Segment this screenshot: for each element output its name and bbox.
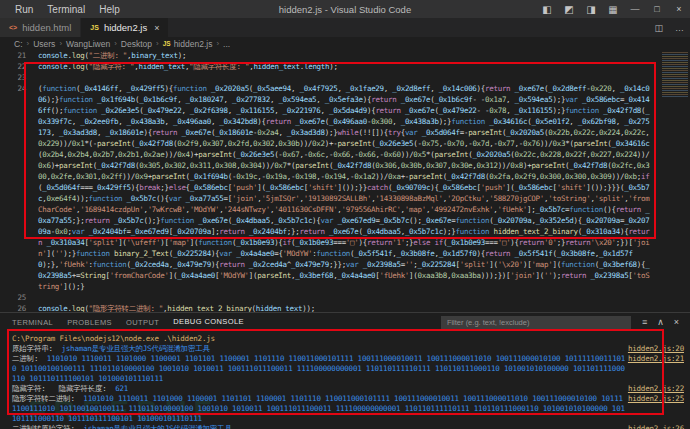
console-text-value: jshaman是专业且强大的JS代码混淆加密工具 <box>61 344 209 353</box>
tab-hidden2-js[interactable]: JShidden2.js× <box>81 18 169 37</box>
editor-line[interactable]: 21console.log("二进制: ",binary_text); <box>0 50 690 61</box>
console-text-label: 原始字符串: <box>12 344 61 353</box>
breadcrumb[interactable]: C:›Users›WangLiwen›Desktop›JShidden2.js›… <box>0 37 690 50</box>
tab-label: hidden2.js <box>104 22 147 33</box>
close-panel-icon[interactable]: × <box>669 317 684 327</box>
editor-line[interactable]: 23 <box>0 72 690 83</box>
breadcrumb-label: Users <box>33 39 55 49</box>
source-link[interactable]: hidden2.js:25 <box>628 394 684 404</box>
breadcrumb-label: hidden2.js <box>174 39 213 49</box>
js-file-icon: JS <box>90 24 99 31</box>
line-code <box>26 72 650 83</box>
breadcrumb-label: WangLiwen <box>66 39 110 49</box>
line-number: 24 <box>0 83 26 94</box>
console-entry: 原始字符串: jshaman是专业且强大的JS代码混淆加密工具hidden2.j… <box>12 344 686 354</box>
toggle-primary-sidebar-icon[interactable]: ◧ <box>536 4 558 15</box>
code-editor[interactable]: 21console.log("二进制: ",binary_text);22con… <box>0 50 690 312</box>
breadcrumb-item[interactable]: WangLiwen› <box>66 39 121 49</box>
breadcrumb-item[interactable]: JShidden2.js› <box>163 39 223 49</box>
toggle-panel-icon[interactable]: ◩ <box>558 4 580 15</box>
console-text-value: jshaman是专业且强大的JS代码混淆加密工具 <box>83 424 231 429</box>
source-link[interactable]: hidden2.js:26 <box>628 424 684 429</box>
source-link[interactable]: hidden2.js:22 <box>628 384 684 394</box>
chevron-right-icon: › <box>59 39 62 48</box>
breadcrumb-label: Desktop <box>121 39 152 49</box>
editor-line[interactable]: 22console.log("隐藏字符: ",hidden_text,"隐藏字符… <box>0 61 690 72</box>
more-actions-icon[interactable]: … <box>669 23 690 33</box>
tab-close-icon[interactable]: × <box>154 23 159 33</box>
editor-line[interactable]: 25 <box>0 292 690 303</box>
menu-item-help[interactable]: Help <box>92 4 127 15</box>
editor-line[interactable]: 24(function(_0x4146ff, _0x429ff5){functi… <box>0 83 690 292</box>
console-text-label: 二进制: <box>12 354 47 363</box>
console-text-label: 二进制转原始字符: <box>12 424 83 429</box>
line-code: console.log("二进制: ",binary_text); <box>26 50 650 61</box>
chevron-right-icon: › <box>114 39 117 48</box>
title-bar: RunTerminalHelp hidden2.js - Visual Stud… <box>0 0 690 18</box>
tabbar-actions: ◫… <box>648 18 690 37</box>
debug-console-actions-icon[interactable]: ≡ <box>637 317 652 327</box>
line-code: (function(_0x4146ff, _0x429ff5){function… <box>26 83 650 292</box>
editor-tab-bar: <>hidden.htmlJShidden2.js× ◫… <box>0 18 690 37</box>
breadcrumb-item[interactable]: Users› <box>33 39 66 49</box>
breadcrumb-item[interactable]: C:› <box>14 39 33 49</box>
console-entry: 二进制转原始字符: jshaman是专业且强大的JS代码混淆加密工具hidden… <box>12 424 686 429</box>
line-number: 23 <box>0 72 26 83</box>
panel-tab-terminal[interactable]: TERMINAL <box>12 313 53 331</box>
maximize-panel-icon[interactable]: ∧ <box>652 317 669 327</box>
menu-bar: RunTerminalHelp <box>8 4 127 15</box>
debug-console-output[interactable]: C:\Program Files\nodejs12\node.exe .\hid… <box>0 331 690 428</box>
js-file-icon: JS <box>163 40 171 47</box>
close-icon[interactable]: × <box>668 4 690 14</box>
console-entry: 二进制: 1101010 1110011 1101000 1100001 110… <box>12 354 686 384</box>
toggle-secondary-sidebar-icon[interactable]: ◨ <box>580 4 602 15</box>
console-entry: C:\Program Files\nodejs12\node.exe .\hid… <box>12 334 686 344</box>
chevron-right-icon: › <box>156 39 159 48</box>
console-text-label: 隐藏字符: <box>12 384 58 393</box>
chevron-right-icon: › <box>27 39 30 48</box>
panel-tab-debug-console[interactable]: DEBUG CONSOLE <box>173 313 244 331</box>
line-number: 22 <box>0 61 26 72</box>
panel-tab-problems[interactable]: PROBLEMS <box>67 313 112 331</box>
console-entry: 隐藏字符: 隐藏字符长度: 621hidden2.js:22 <box>12 384 686 394</box>
window-controls: ◧◩◨▦—□× <box>536 4 690 15</box>
console-text-value: 1101010 1110011 1101000 1100001 1101101 … <box>12 354 625 383</box>
restore-icon[interactable]: □ <box>646 4 668 14</box>
breadcrumb-label: C: <box>14 39 23 49</box>
tab-label: hidden.html <box>22 22 71 33</box>
console-text-label: 隐藏字符长度: <box>58 384 115 393</box>
minimize-icon[interactable]: — <box>624 4 646 14</box>
breadcrumb-item[interactable]: Desktop› <box>121 39 163 49</box>
panel-header: TERMINALPROBLEMSOUTPUTDEBUG CONSOLE ≡∧× <box>0 313 690 331</box>
line-number: 21 <box>0 50 26 61</box>
menu-item-terminal[interactable]: Terminal <box>40 4 92 15</box>
line-code <box>26 292 650 303</box>
console-entry: 隐形字符转二进制: 1101010 1110011 1101000 110000… <box>12 394 686 424</box>
chevron-right-icon: › <box>216 39 219 48</box>
tab-hidden-html[interactable]: <>hidden.html <box>0 18 81 37</box>
line-code: console.log("隐藏字符: ",hidden_text,"隐藏字符长度… <box>26 61 650 72</box>
debug-filter-input[interactable] <box>441 316 631 329</box>
html-file-icon: <> <box>9 24 17 31</box>
console-text-cmd: C:\Program Files\nodejs12\node.exe .\hid… <box>12 334 215 343</box>
line-number: 25 <box>0 292 26 303</box>
source-link[interactable]: hidden2.js:20 <box>628 344 684 354</box>
source-link[interactable]: hidden2.js:21 <box>628 354 684 364</box>
panel-actions: ≡∧× <box>637 317 684 327</box>
minimap[interactable] <box>662 52 688 98</box>
vscode-window: RunTerminalHelp hidden2.js - Visual Stud… <box>0 0 690 429</box>
customize-layout-icon[interactable]: ▦ <box>602 4 624 15</box>
breadcrumb-label: ... <box>223 39 230 49</box>
menu-item-run[interactable]: Run <box>8 4 40 15</box>
bottom-panel: TERMINALPROBLEMSOUTPUTDEBUG CONSOLE ≡∧× … <box>0 312 690 429</box>
split-editor-icon[interactable]: ◫ <box>648 23 669 33</box>
console-text-label: 隐形字符转二进制: <box>12 394 83 403</box>
console-text-value: 621 <box>115 384 128 393</box>
breadcrumb-item[interactable]: ... <box>223 39 230 49</box>
console-text-value: 1101010 1110011 1101000 1100001 1101101 … <box>12 394 625 423</box>
panel-tab-output[interactable]: OUTPUT <box>126 313 159 331</box>
